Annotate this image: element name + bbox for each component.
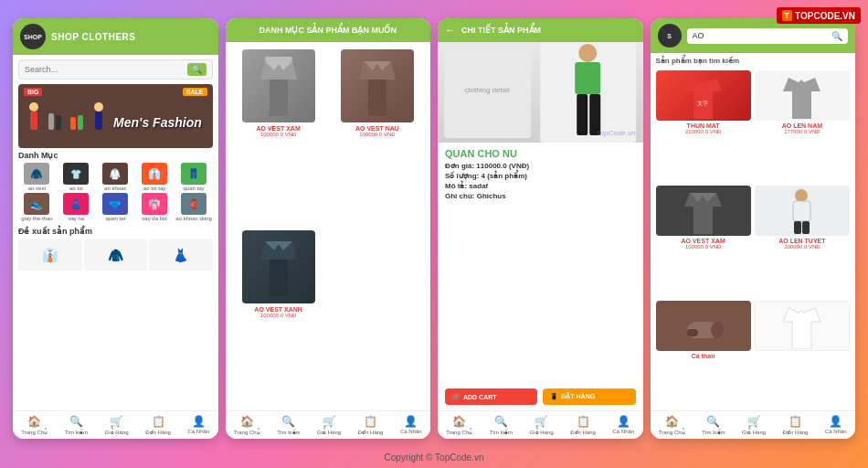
screen4-nav-cart[interactable]: 🛒 Giỏ Hàng — [742, 415, 766, 435]
screen1-featured-grid: 👔 🧥 👗 — [18, 239, 213, 271]
s4-search-icon: 🔍 — [706, 415, 720, 428]
svg-marker-29 — [783, 308, 820, 349]
result-img-ao-len-tuyet — [755, 186, 850, 236]
mo-ta-label: Mô tả: — [445, 182, 467, 190]
featured-item-1[interactable]: 👔 — [18, 239, 82, 271]
screen1-search-bar[interactable]: 🔍 — [18, 59, 213, 80]
screen-home: SHOP SHOP CLOTHERS 🔍 BIG SALE — [13, 18, 218, 439]
screen1-nav-orders-label: Đơn Hàng — [145, 429, 171, 435]
s2-nav-home-label: Trang Chủ — [234, 429, 260, 435]
result-card-ao-len-nam[interactable]: AO LEN NAM 177000.0 VNĐ — [755, 70, 850, 182]
screen-category: DANH MỤC SẢN PHẨM BẠN MUỐN AO VEST XAM 1… — [226, 18, 431, 439]
topcode-badge: T TOPCODE.VN — [777, 7, 861, 24]
cat-khoac-dong[interactable]: 🧣 ao khoac dong — [175, 193, 213, 221]
screen4-nav-orders[interactable]: 📋 Đơn Hàng — [783, 415, 809, 435]
screen3-nav-orders[interactable]: 📋 Đơn Hàng — [570, 415, 596, 435]
s4-nav-cart-label: Giỏ Hàng — [742, 429, 766, 435]
so-luong-value: 4 — [481, 172, 484, 180]
product-card-brown-vest[interactable]: AO VEST NAU 100000.0 VNĐ — [332, 49, 423, 223]
watermark: TopCode.vn — [597, 129, 636, 137]
screen1-nav-profile[interactable]: 👤 Cá Nhân — [188, 415, 210, 435]
result-price-ao-len-nam: 177000.0 VNĐ — [784, 129, 820, 134]
result-card-ao-vest-xam[interactable]: AO VEST XAM 100000.0 VNĐ — [656, 186, 751, 297]
order-button[interactable]: 📱 ĐẶT HÀNG — [543, 388, 635, 405]
screen1-nav-search[interactable]: 🔍 Tìm kiếm — [65, 415, 88, 435]
screen3-product-name: QUAN CHO NU — [445, 148, 636, 159]
screen1-logo: SHOP — [20, 24, 46, 49]
cat-giay-img: 👟 — [24, 193, 49, 215]
topcode-label: TOPCODE.VN — [795, 11, 855, 21]
prod-img-gray-vest — [242, 49, 315, 122]
screen1-search-button[interactable]: 🔍 — [187, 63, 206, 76]
screen1-nav-home[interactable]: 🏠 Trang Chủ — [21, 415, 48, 435]
s2-home-icon: 🏠 — [240, 415, 254, 428]
result-name-ca-than: Ca than — [692, 353, 715, 359]
screen1-nav-orders[interactable]: 📋 Đơn Hàng — [145, 415, 171, 435]
cat-quan-tay[interactable]: 👖 quan tay — [175, 163, 213, 191]
screen2-nav-search[interactable]: 🔍 Tìm kiếm — [277, 415, 300, 435]
s4-cart-icon: 🛒 — [747, 415, 761, 428]
s2-profile-icon: 👤 — [404, 415, 418, 428]
cat-quan[interactable]: 🩲 quan tat — [97, 193, 134, 221]
screen1-category-grid: 🧥 ao vest 👕 ao toi 🥼 ao khoac 👔 ao toi t… — [18, 163, 213, 221]
featured-item-2[interactable]: 🧥 — [84, 239, 148, 271]
cat-giay[interactable]: 👟 giay the thao — [18, 193, 56, 221]
profile-icon: 👤 — [192, 415, 206, 428]
svg-rect-24 — [794, 221, 801, 234]
screen4-results-grid: 文字 THUN MAT 210000.0 VNĐ AO LEN NAM 1770… — [651, 67, 856, 410]
screen4-nav-search[interactable]: 🔍 Tìm kiếm — [702, 415, 725, 435]
result-price-ao-len-tuyet: 200000.0 VNĐ — [784, 244, 820, 250]
result-card-thun-mat[interactable]: 文字 THUN MAT 210000.0 VNĐ — [656, 70, 751, 182]
cat-vday[interactable]: 👘 vay da bot — [136, 193, 174, 221]
screen4-nav-home[interactable]: 🏠 Trang Chủ — [659, 415, 685, 435]
result-img-ca-than — [656, 301, 751, 351]
product-card-navy-vest[interactable]: AO VEST XANH 100000.0 VNĐ — [233, 230, 324, 404]
screen1-bottom-nav: 🏠 Trang Chủ 🔍 Tìm kiếm 🛒 Giỏ Hàng 📋 Đơn … — [13, 410, 218, 439]
screen4-search-button[interactable]: 🔍 — [831, 31, 842, 41]
cat-ao-toi[interactable]: 👕 ao toi — [58, 163, 95, 191]
svg-text:文字: 文字 — [697, 100, 708, 106]
add-cart-button[interactable]: 🛒 ADD CART — [445, 388, 537, 405]
screen3-product-info: QUAN CHO NU Đơn giá: 110000.0 (VNĐ) Số l… — [438, 143, 643, 383]
screen2-nav-home[interactable]: 🏠 Trang Chủ — [234, 415, 260, 435]
cat-ao-vest[interactable]: 🧥 ao vest — [18, 163, 56, 191]
screen3-nav-home[interactable]: 🏠 Trang Chủ — [446, 415, 472, 435]
result-card-ca-than[interactable]: Ca than — [656, 301, 751, 407]
cat-vay[interactable]: 👗 vay na — [58, 193, 95, 221]
result-img-ao-vest-xam — [656, 186, 751, 236]
featured-item-3[interactable]: 👗 — [149, 239, 213, 271]
back-button[interactable]: ← — [445, 24, 456, 37]
screen2-nav-orders[interactable]: 📋 Đơn Hàng — [358, 415, 384, 435]
so-luong-label: Số lượng: — [445, 172, 479, 180]
screen3-nav-profile[interactable]: 👤 Cá Nhân — [613, 415, 635, 435]
s3-search-icon: 🔍 — [494, 415, 508, 428]
screen4-search-input[interactable] — [693, 31, 832, 40]
prod-img-navy-vest — [242, 230, 315, 303]
s4-nav-profile-label: Cá Nhân — [825, 429, 847, 434]
s4-orders-icon: 📋 — [789, 415, 802, 428]
screen4-nav-profile[interactable]: 👤 Cá Nhân — [825, 415, 847, 435]
result-card-white-shirt[interactable] — [755, 301, 850, 407]
s2-nav-profile-label: Cá Nhân — [400, 429, 422, 434]
screen1-search-input[interactable] — [25, 65, 187, 74]
result-img-white-shirt — [755, 301, 850, 351]
svg-point-22 — [795, 189, 808, 202]
don-gia-label: Đơn giá: — [445, 162, 474, 170]
screen4-search-bar[interactable]: 🔍 — [687, 28, 849, 44]
result-card-ao-len-tuyet[interactable]: AO LEN TUYET 200000.0 VNĐ — [755, 186, 850, 297]
screen3-nav-search[interactable]: 🔍 Tìm kiếm — [490, 415, 513, 435]
prod-name-gray-vest: AO VEST XAM — [257, 125, 301, 132]
svg-marker-17 — [684, 78, 722, 119]
screen3-nav-cart[interactable]: 🛒 Giỏ Hàng — [530, 415, 554, 435]
s3-nav-home-label: Trang Chủ — [446, 429, 472, 435]
screen1-nav-cart[interactable]: 🛒 Giỏ Hàng — [105, 415, 129, 435]
screen2-nav-cart[interactable]: 🛒 Giỏ Hàng — [317, 415, 341, 435]
cat-ao-khoac[interactable]: 🥼 ao khoac — [97, 163, 134, 191]
topcode-logo-icon: T — [782, 10, 793, 21]
screen3-header: ← CHI TIẾT SẢN PHẨM — [438, 18, 643, 42]
cat-ao-toi-tay[interactable]: 👔 ao toi tay — [136, 163, 174, 191]
prod-img-brown-vest — [341, 49, 414, 122]
screen2-bottom-nav: 🏠 Trang Chủ 🔍 Tìm kiếm 🛒 Giỏ Hàng 📋 Đơn … — [226, 410, 431, 439]
screen2-nav-profile[interactable]: 👤 Cá Nhân — [400, 415, 422, 435]
product-card-gray-vest[interactable]: AO VEST XAM 100000.0 VNĐ — [233, 49, 324, 223]
